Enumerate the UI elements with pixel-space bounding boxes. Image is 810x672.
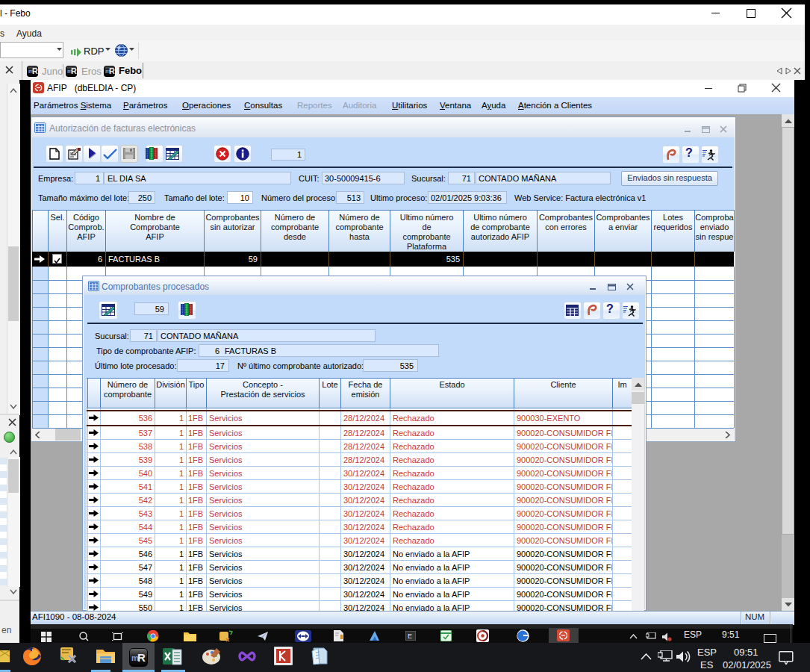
svg-text:E: E <box>408 632 412 640</box>
